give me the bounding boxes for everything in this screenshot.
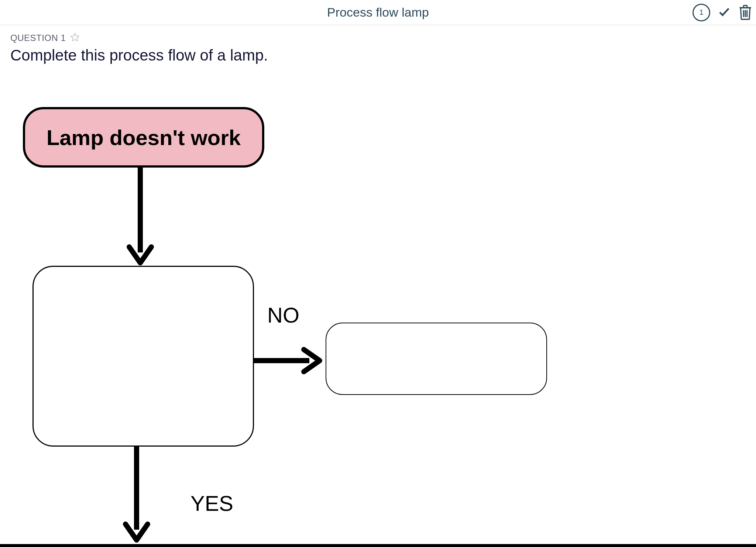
- edge-label-no: NO: [267, 303, 299, 327]
- arrow-decision-to-no: [254, 348, 328, 374]
- flow-diagram: Lamp doesn't work NO YES: [0, 78, 756, 547]
- arrow-decision-to-yes: [126, 447, 148, 546]
- star-icon[interactable]: [70, 32, 80, 44]
- arrow-start-to-decision: [129, 168, 151, 267]
- header-bar: Process flow lamp 1: [0, 0, 756, 25]
- trash-icon[interactable]: [738, 4, 752, 21]
- frame-bottom-edge: [0, 544, 756, 547]
- answer-no-node-dropzone[interactable]: [326, 323, 547, 395]
- question-text: Complete this process flow of a lamp.: [10, 47, 746, 64]
- page-title: Process flow lamp: [327, 5, 429, 20]
- start-node[interactable]: Lamp doesn't work: [23, 107, 264, 168]
- question-label-row: QUESTION 1: [10, 32, 746, 44]
- question-label: QUESTION 1: [10, 33, 66, 43]
- question-area: QUESTION 1 Complete this process flow of…: [0, 25, 756, 64]
- start-node-label: Lamp doesn't work: [47, 125, 241, 150]
- points-badge[interactable]: 1: [693, 4, 710, 21]
- edge-label-yes: YES: [190, 491, 233, 516]
- points-value: 1: [699, 8, 703, 17]
- check-icon[interactable]: [718, 5, 731, 20]
- header-actions: 1: [693, 0, 752, 25]
- decision-node-dropzone[interactable]: [32, 266, 254, 447]
- svg-marker-3: [71, 33, 79, 41]
